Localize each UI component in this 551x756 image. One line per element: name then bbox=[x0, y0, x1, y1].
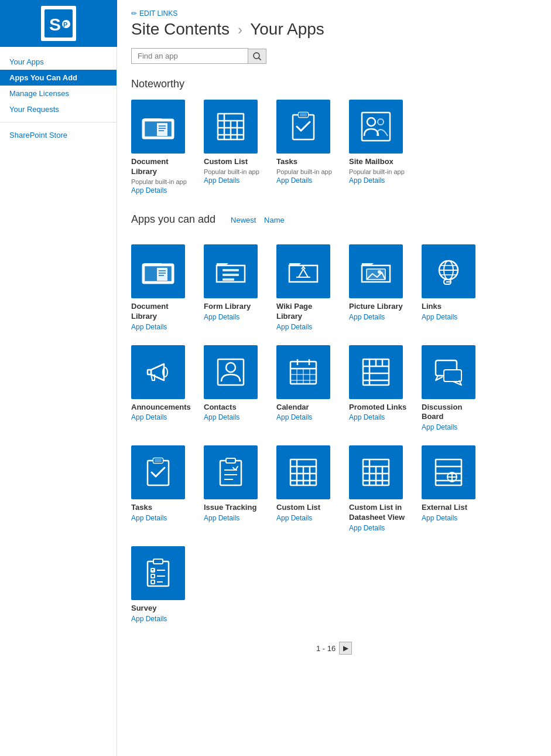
app-name: Tasks bbox=[276, 157, 297, 167]
app-details-link[interactable]: App Details bbox=[276, 176, 312, 185]
next-page-button[interactable]: ▶ bbox=[339, 642, 352, 655]
sidebar-item-apps-you-can-add[interactable]: Apps You Can Add bbox=[0, 70, 117, 86]
noteworthy-title: Noteworthy bbox=[131, 78, 537, 90]
app-item-custom-list-noteworthy[interactable]: Custom List Popular built-in app App Det… bbox=[204, 100, 262, 195]
app-subtitle: Popular built-in app bbox=[349, 168, 405, 175]
app-item-calendar[interactable]: Calendar App Details bbox=[276, 345, 335, 432]
app-name: Wiki Page Library bbox=[276, 302, 335, 322]
app-item-site-mailbox-noteworthy[interactable]: Site Mailbox Popular built-in app App De… bbox=[349, 100, 408, 195]
app-name: Promoted Links bbox=[349, 403, 406, 413]
app-item-survey[interactable]: Survey App Details bbox=[131, 546, 190, 623]
app-item-tasks-noteworthy[interactable]: Tasks Popular built-in app App Details bbox=[276, 100, 335, 195]
sort-options: Newest Name bbox=[225, 216, 285, 224]
app-details-link[interactable]: App Details bbox=[131, 413, 167, 421]
app-details-link[interactable]: App Details bbox=[204, 514, 239, 522]
app-name: Document Library bbox=[131, 157, 190, 177]
app-name: Form Library bbox=[204, 302, 251, 312]
app-details-link[interactable]: App Details bbox=[131, 514, 167, 522]
sort-name[interactable]: Name bbox=[264, 216, 285, 224]
app-subtitle: Popular built-in app bbox=[131, 178, 187, 185]
app-item-doc-library[interactable]: Document Library App Details bbox=[131, 244, 190, 331]
app-details-link[interactable]: App Details bbox=[349, 313, 385, 321]
app-icon-tasks bbox=[276, 100, 330, 154]
app-item-announcements[interactable]: Announcements App Details bbox=[131, 345, 190, 432]
app-name: Links bbox=[422, 302, 442, 312]
app-icon bbox=[276, 445, 330, 499]
app-details-link[interactable]: App Details bbox=[204, 313, 239, 321]
app-details-link[interactable]: App Details bbox=[131, 323, 167, 331]
app-item-promoted-links[interactable]: Promoted Links App Details bbox=[349, 345, 408, 432]
sidebar-item-your-apps[interactable]: Your Apps bbox=[0, 54, 117, 70]
sidebar-divider bbox=[0, 122, 117, 122]
app-icon bbox=[204, 345, 258, 399]
app-name: Custom List bbox=[276, 503, 320, 513]
app-details-link[interactable]: App Details bbox=[349, 413, 385, 421]
edit-links-button[interactable]: ✏ EDIT LINKS bbox=[131, 9, 537, 18]
sharepoint-logo: S P bbox=[41, 6, 76, 41]
app-icon bbox=[131, 244, 185, 298]
app-details-link[interactable]: App Details bbox=[131, 186, 167, 195]
sidebar-item-manage-licenses[interactable]: Manage Licenses bbox=[0, 86, 117, 101]
app-name: Custom List in Datasheet View bbox=[349, 503, 408, 523]
page-range: 1 - 16 bbox=[316, 644, 336, 653]
app-name: External List bbox=[422, 503, 467, 513]
app-item-doc-library-noteworthy[interactable]: Document Library Popular built-in app Ap… bbox=[131, 100, 190, 195]
sidebar-item-sharepoint-store[interactable]: SharePoint Store bbox=[0, 127, 117, 143]
apps-you-can-add-grid: Document Library App Details Form Librar… bbox=[131, 244, 537, 623]
app-name: Discussion Board bbox=[422, 403, 480, 423]
sidebar-item-your-requests[interactable]: Your Requests bbox=[0, 101, 117, 117]
app-subtitle: Popular built-in app bbox=[276, 168, 332, 175]
app-icon-doc-library bbox=[131, 100, 185, 154]
app-details-link[interactable]: App Details bbox=[422, 423, 457, 431]
app-details-link[interactable]: App Details bbox=[131, 615, 167, 623]
app-item-discussion-board[interactable]: Discussion Board App Details bbox=[422, 345, 480, 432]
svg-line-78 bbox=[259, 58, 261, 60]
app-details-link[interactable]: App Details bbox=[349, 176, 385, 185]
app-icon bbox=[131, 345, 185, 399]
app-item-external-list[interactable]: External List App Details bbox=[422, 445, 480, 532]
app-item-links[interactable]: Links App Details bbox=[422, 244, 480, 331]
app-icon bbox=[349, 345, 403, 399]
app-subtitle: Popular built-in app bbox=[204, 168, 259, 175]
app-item-custom-list-datasheet[interactable]: Custom List in Datasheet View App Detail… bbox=[349, 445, 408, 532]
search-input[interactable] bbox=[131, 48, 248, 64]
app-details-link[interactable]: App Details bbox=[349, 524, 385, 532]
pencil-icon: ✏ bbox=[131, 9, 137, 18]
app-item-contacts[interactable]: Contacts App Details bbox=[204, 345, 262, 432]
app-icon bbox=[422, 445, 475, 499]
app-item-custom-list[interactable]: Custom List App Details bbox=[276, 445, 335, 532]
app-details-link[interactable]: App Details bbox=[422, 514, 457, 522]
app-name: Contacts bbox=[204, 403, 237, 413]
page-title: Site Contents › Your Apps bbox=[131, 20, 537, 39]
app-details-link[interactable]: App Details bbox=[276, 514, 312, 522]
app-item-wiki-page-library[interactable]: Wiki Page Library App Details bbox=[276, 244, 335, 331]
app-name: Survey bbox=[131, 604, 156, 614]
app-item-issue-tracking[interactable]: Issue Tracking App Details bbox=[204, 445, 262, 532]
app-name: Issue Tracking bbox=[204, 503, 256, 513]
app-item-form-library[interactable]: Form Library App Details bbox=[204, 244, 262, 331]
search-bar bbox=[131, 48, 537, 64]
svg-text:P: P bbox=[63, 21, 67, 28]
app-details-link[interactable]: App Details bbox=[204, 413, 239, 421]
breadcrumb-current: Your Apps bbox=[250, 20, 324, 38]
app-icon-custom-list bbox=[204, 100, 258, 154]
app-item-picture-library[interactable]: Picture Library App Details bbox=[349, 244, 408, 331]
app-item-tasks[interactable]: Tasks App Details bbox=[131, 445, 190, 532]
app-details-link[interactable]: App Details bbox=[204, 176, 239, 185]
app-logo: S P bbox=[0, 0, 117, 47]
breadcrumb-separator: › bbox=[238, 22, 242, 38]
edit-links-label: EDIT LINKS bbox=[139, 9, 177, 18]
sidebar: S P Your Apps Apps You Can Add Manage Li… bbox=[0, 0, 117, 756]
breadcrumb-root[interactable]: Site Contents bbox=[131, 20, 230, 38]
app-details-link[interactable]: App Details bbox=[276, 323, 312, 331]
pagination: 1 - 16 ▶ bbox=[131, 642, 537, 655]
app-icon-site-mailbox bbox=[349, 100, 403, 154]
app-details-link[interactable]: App Details bbox=[422, 313, 457, 321]
search-button[interactable] bbox=[248, 49, 266, 64]
main-content: ✏ EDIT LINKS Site Contents › Your Apps N… bbox=[117, 0, 551, 756]
app-icon bbox=[422, 244, 475, 298]
sort-newest[interactable]: Newest bbox=[231, 216, 256, 224]
noteworthy-section: Noteworthy Document Library Popular buil… bbox=[131, 78, 537, 195]
app-details-link[interactable]: App Details bbox=[276, 413, 312, 421]
app-name: Calendar bbox=[276, 403, 309, 413]
